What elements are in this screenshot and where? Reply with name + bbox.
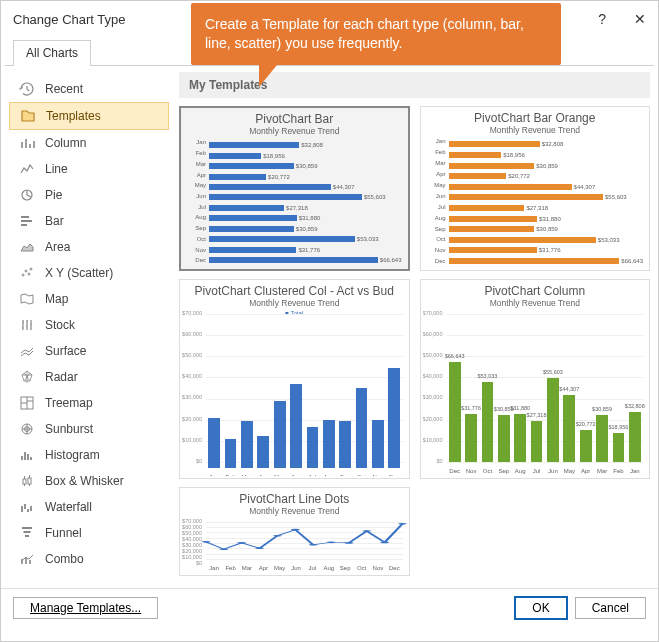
sidebar-item-box-whisker[interactable]: Box & Whisker bbox=[9, 468, 169, 494]
cancel-button[interactable]: Cancel bbox=[575, 597, 646, 619]
sidebar-item-templates[interactable]: Templates bbox=[9, 102, 169, 130]
template-preview: Jan$32,808Feb$18,956Mar$30,859Apr$20,772… bbox=[183, 138, 406, 267]
template-thumbnail[interactable]: PivotChart BarMonthly Revenue TrendJan$3… bbox=[179, 106, 410, 271]
template-subtitle: Monthly Revenue Trend bbox=[423, 125, 648, 135]
chart-type-icon bbox=[19, 187, 35, 203]
help-button[interactable]: ? bbox=[598, 11, 606, 27]
sidebar-item-label: Bar bbox=[45, 214, 64, 228]
template-subtitle: Monthly Revenue Trend bbox=[183, 126, 406, 136]
sidebar-item-label: Combo bbox=[45, 552, 84, 566]
sidebar-item-label: Map bbox=[45, 292, 68, 306]
callout-tooltip: Create a Template for each chart type (c… bbox=[191, 3, 561, 65]
chart-type-icon bbox=[19, 447, 35, 463]
chart-type-sidebar: RecentTemplatesColumnLinePieBarAreaX Y (… bbox=[9, 72, 169, 588]
sidebar-item-label: Templates bbox=[46, 109, 101, 123]
sidebar-item-label: Waterfall bbox=[45, 500, 92, 514]
sidebar-item-label: Funnel bbox=[45, 526, 82, 540]
sidebar-item-label: X Y (Scatter) bbox=[45, 266, 113, 280]
sidebar-item-waterfall[interactable]: Waterfall bbox=[9, 494, 169, 520]
callout-text: Create a Template for each chart type (c… bbox=[205, 16, 524, 51]
chart-type-icon bbox=[19, 499, 35, 515]
svg-point-3 bbox=[28, 273, 30, 275]
sidebar-item-label: Treemap bbox=[45, 396, 93, 410]
svg-point-4 bbox=[30, 268, 32, 270]
chart-type-icon bbox=[19, 161, 35, 177]
sidebar-item-label: Sunburst bbox=[45, 422, 93, 436]
sidebar-item-x-y-scatter-[interactable]: X Y (Scatter) bbox=[9, 260, 169, 286]
chart-type-icon bbox=[19, 551, 35, 567]
templates-grid: PivotChart BarMonthly Revenue TrendJan$3… bbox=[179, 106, 650, 576]
sidebar-item-sunburst[interactable]: Sunburst bbox=[9, 416, 169, 442]
window-title: Change Chart Type bbox=[13, 12, 126, 27]
template-name: PivotChart Clustered Col - Act vs Bud bbox=[182, 284, 407, 298]
sidebar-item-label: Pie bbox=[45, 188, 62, 202]
sidebar-item-area[interactable]: Area bbox=[9, 234, 169, 260]
template-name: PivotChart Bar bbox=[183, 112, 406, 126]
template-name: PivotChart Column bbox=[423, 284, 648, 298]
chart-type-icon bbox=[19, 317, 35, 333]
chart-type-icon bbox=[19, 135, 35, 151]
template-name: PivotChart Line Dots bbox=[182, 492, 407, 506]
chart-type-icon bbox=[19, 239, 35, 255]
sidebar-item-label: Stock bbox=[45, 318, 75, 332]
template-thumbnail[interactable]: PivotChart Line DotsMonthly Revenue Tren… bbox=[179, 487, 410, 576]
sidebar-item-label: Line bbox=[45, 162, 68, 176]
ok-button[interactable]: OK bbox=[515, 597, 566, 619]
sidebar-item-surface[interactable]: Surface bbox=[9, 338, 169, 364]
sidebar-item-combo[interactable]: Combo bbox=[9, 546, 169, 572]
sidebar-item-histogram[interactable]: Histogram bbox=[9, 442, 169, 468]
template-preview: Jan$32,808Feb$18,956Mar$30,859Apr$20,772… bbox=[423, 137, 648, 268]
sidebar-item-treemap[interactable]: Treemap bbox=[9, 390, 169, 416]
template-preview: $70,000$60,000$50,000$40,000$30,000$20,0… bbox=[182, 518, 407, 573]
button-bar: Manage Templates... OK Cancel bbox=[1, 588, 658, 627]
chart-type-icon bbox=[20, 108, 36, 124]
svg-point-2 bbox=[25, 270, 27, 272]
sidebar-item-label: Box & Whisker bbox=[45, 474, 124, 488]
sidebar-item-recent[interactable]: Recent bbox=[9, 76, 169, 102]
template-thumbnail[interactable]: PivotChart Bar OrangeMonthly Revenue Tre… bbox=[420, 106, 651, 271]
template-preview: $70,000$60,000$50,000$40,000$30,000$20,0… bbox=[423, 310, 648, 475]
sidebar-item-map[interactable]: Map bbox=[9, 286, 169, 312]
chart-type-icon bbox=[19, 291, 35, 307]
chart-type-icon bbox=[19, 369, 35, 385]
chart-type-icon bbox=[19, 213, 35, 229]
sidebar-item-pie[interactable]: Pie bbox=[9, 182, 169, 208]
sidebar-item-label: Recent bbox=[45, 82, 83, 96]
manage-templates-button[interactable]: Manage Templates... bbox=[13, 597, 158, 619]
svg-rect-8 bbox=[23, 479, 26, 484]
chart-type-icon bbox=[19, 473, 35, 489]
sidebar-item-label: Column bbox=[45, 136, 86, 150]
template-subtitle: Monthly Revenue Trend bbox=[423, 298, 648, 308]
svg-rect-9 bbox=[28, 478, 31, 484]
sidebar-item-radar[interactable]: Radar bbox=[9, 364, 169, 390]
template-thumbnail[interactable]: PivotChart ColumnMonthly Revenue Trend$7… bbox=[420, 279, 651, 478]
chart-type-icon bbox=[19, 343, 35, 359]
sidebar-item-funnel[interactable]: Funnel bbox=[9, 520, 169, 546]
sidebar-item-stock[interactable]: Stock bbox=[9, 312, 169, 338]
panel-title: My Templates bbox=[179, 72, 650, 98]
svg-point-1 bbox=[22, 274, 24, 276]
sidebar-item-label: Radar bbox=[45, 370, 78, 384]
chart-type-icon bbox=[19, 421, 35, 437]
sidebar-item-label: Area bbox=[45, 240, 70, 254]
tab-all-charts[interactable]: All Charts bbox=[13, 40, 91, 66]
chart-type-icon bbox=[19, 81, 35, 97]
close-button[interactable]: ✕ bbox=[634, 11, 646, 27]
sidebar-item-column[interactable]: Column bbox=[9, 130, 169, 156]
template-subtitle: Monthly Revenue Trend bbox=[182, 298, 407, 308]
chart-type-icon bbox=[19, 265, 35, 281]
template-name: PivotChart Bar Orange bbox=[423, 111, 648, 125]
chart-type-icon bbox=[19, 525, 35, 541]
sidebar-item-label: Histogram bbox=[45, 448, 100, 462]
template-preview: ■ Total$70,000$60,000$50,000$40,000$30,0… bbox=[182, 310, 407, 475]
sidebar-item-label: Surface bbox=[45, 344, 86, 358]
chart-type-icon bbox=[19, 395, 35, 411]
sidebar-item-bar[interactable]: Bar bbox=[9, 208, 169, 234]
sidebar-item-line[interactable]: Line bbox=[9, 156, 169, 182]
template-subtitle: Monthly Revenue Trend bbox=[182, 506, 407, 516]
template-thumbnail[interactable]: PivotChart Clustered Col - Act vs BudMon… bbox=[179, 279, 410, 478]
